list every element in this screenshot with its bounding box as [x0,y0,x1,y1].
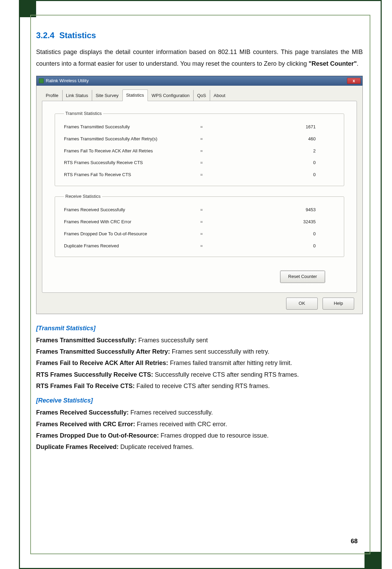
window-title: Ralink Wireless Utility [46,77,89,85]
transmit-fieldset: Transmit Statistics Frames Transmitted S… [55,109,344,186]
tab-about[interactable]: About [210,90,229,101]
description-line: Frames Fail to Receive ACK After All Ret… [36,357,363,369]
equals-sign: = [181,135,222,143]
equals-sign: = [181,171,222,179]
description-def: Frames received successfully. [130,409,213,416]
tab-panel-statistics: Transmit Statistics Frames Transmitted S… [42,101,357,293]
stat-label: Frames Transmitted Successfully [64,123,181,131]
intro-paragraph: Statistics page displays the detail coun… [36,46,363,69]
transmit-legend: Transmit Statistics [64,109,103,118]
description-term: Frames Dropped Due to Out-of-Resource: [36,432,161,439]
utility-window: Ralink Wireless Utility x ProfileLink St… [36,76,363,314]
tab-link-status[interactable]: Link Status [62,90,92,101]
tab-qos[interactable]: QoS [193,90,210,101]
equals-sign: = [181,218,222,226]
stat-value: 2 [222,147,336,155]
description-line: RTS Frames Fail To Receive CTS: Failed t… [36,380,363,392]
equals-sign: = [181,147,222,155]
stat-row: Frames Received With CRC Error=32435 [64,216,336,228]
description-line: Frames Transmitted Successfully After Re… [36,346,363,357]
stat-value: 1671 [222,123,336,131]
description-line: Frames Received Successfully: Frames rec… [36,407,363,418]
receive-section-heading: [Receive Statistics] [36,395,363,406]
receive-legend: Receive Statistics [64,192,102,201]
dialog-body: ProfileLink StatusSite SurveyStatisticsW… [36,86,362,314]
stat-label: Frames Received Successfully [64,206,181,214]
stat-row: RTS Frames Fail To Receive CTS=0 [64,169,336,181]
page-number: 68 [351,538,358,545]
equals-sign: = [181,123,222,131]
corner-decor-br [364,552,382,569]
stat-value: 0 [222,230,336,238]
stat-value: 32435 [222,218,336,226]
stat-label: Duplicate Frames Received [64,242,181,250]
description-def: Failed to receive CTS after sending RTS … [137,383,270,389]
close-button[interactable]: x [347,78,361,84]
description-term: Frames Fail to Receive ACK After All Ret… [36,359,170,366]
description-term: Frames Transmitted Successfully: [36,337,138,344]
description-line: RTS Frames Successfully Receive CTS: Suc… [36,369,363,380]
help-button[interactable]: Help [323,298,354,310]
description-line: Frames Dropped Due to Out-of-Resource: F… [36,430,363,441]
equals-sign: = [181,206,222,214]
tab-strip: ProfileLink StatusSite SurveyStatisticsW… [42,89,357,101]
description-def: Successfully receive CTS after sending R… [155,371,299,378]
stat-value: 0 [222,242,336,250]
description-line: Frames Received with CRC Error: Frames r… [36,419,363,430]
heading-number: 3.2.4 [36,31,54,40]
stat-value: 0 [222,171,336,179]
stat-row: Frames Fail To Receive ACK After All Ret… [64,145,336,157]
description-def: Frames failed transmit after hitting ret… [170,359,292,366]
description-def: Frames dropped due to resource issue. [161,432,269,439]
description-term: Frames Received Successfully: [36,409,130,416]
description-line: Frames Transmitted Successfully: Frames … [36,335,363,346]
stat-label: Frames Dropped Due To Out-of-Resource [64,230,181,238]
description-term: Frames Received with CRC Error: [36,421,137,428]
tab-profile[interactable]: Profile [42,90,62,101]
receive-fieldset: Receive Statistics Frames Received Succe… [55,192,344,257]
description-term: RTS Frames Fail To Receive CTS: [36,383,137,389]
description-term: RTS Frames Successfully Receive CTS: [36,371,155,378]
tab-statistics[interactable]: Statistics [122,89,148,101]
description-def: Frames sent successfully with retry. [172,348,269,355]
stat-label: Frames Fail To Receive ACK After All Ret… [64,147,181,155]
stat-row: RTS Frames Successfully Receive CTS=0 [64,157,336,169]
tab-site-survey[interactable]: Site Survey [92,90,122,101]
stat-value: 460 [222,135,336,143]
description-term: Duplicate Frames Received: [36,443,120,450]
window-titlebar: Ralink Wireless Utility x [36,76,362,86]
stat-value: 0 [222,159,336,167]
equals-sign: = [181,159,222,167]
tab-wps-configuration[interactable]: WPS Configuration [148,90,194,101]
reset-counter-button[interactable]: Reset Counter [280,271,325,283]
stat-row: Frames Transmitted Successfully After Re… [64,133,336,145]
stat-row: Duplicate Frames Received=0 [64,240,336,252]
description-def: Duplicate received frames. [120,443,194,450]
intro-after: . [357,60,359,67]
transmit-section-heading: [Transmit Statistics] [36,322,363,334]
equals-sign: = [181,242,222,250]
app-icon [39,78,44,83]
page-content: 3.2.4Statistics Statistics page displays… [36,28,363,548]
equals-sign: = [181,230,222,238]
description-line: Duplicate Frames Received: Duplicate rec… [36,441,363,453]
stat-row: Frames Transmitted Successfully=1671 [64,121,336,133]
section-heading: 3.2.4Statistics [36,28,363,43]
stat-label: RTS Frames Successfully Receive CTS [64,159,181,167]
intro-bold: "Reset Counter" [308,60,357,67]
description-def: Frames successfully sent [138,337,208,344]
description-term: Frames Transmitted Successfully After Re… [36,348,172,355]
stat-label: Frames Received With CRC Error [64,218,181,226]
stat-row: Frames Dropped Due To Out-of-Resource=0 [64,228,336,240]
stat-value: 9453 [222,206,336,214]
stat-label: RTS Frames Fail To Receive CTS [64,171,181,179]
ok-button[interactable]: OK [286,298,318,310]
stat-row: Frames Received Successfully=9453 [64,204,336,216]
stat-label: Frames Transmitted Successfully After Re… [64,135,181,143]
description-def: Frames received with CRC error. [137,421,227,428]
heading-title: Statistics [59,31,96,40]
